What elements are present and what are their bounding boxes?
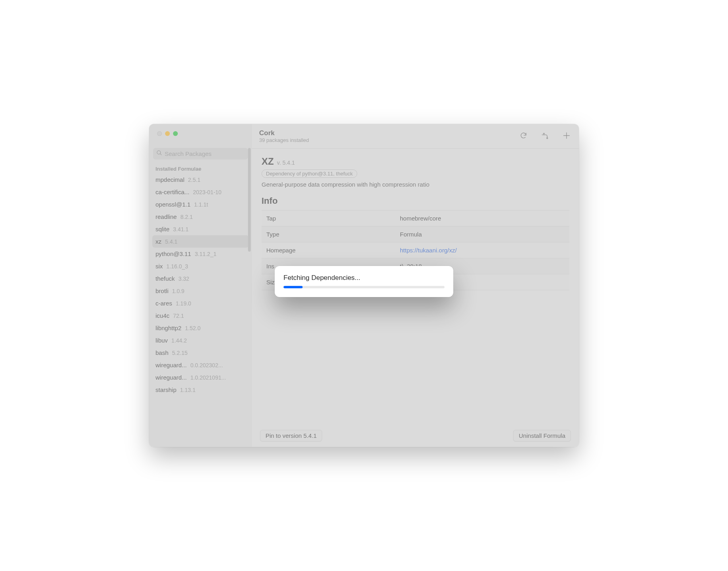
list-item[interactable]: six1.16.0_3 [152, 260, 249, 272]
package-version: v. 5.4.1 [277, 159, 295, 166]
progress-modal: Fetching Dependencies... [275, 266, 453, 297]
dependency-badge: Dependency of python@3.11, thefuck [262, 169, 357, 178]
package-name-label: ca-certifica... [155, 189, 189, 195]
svg-point-0 [547, 138, 548, 139]
package-version-label: 1.13.1 [180, 387, 196, 393]
package-description: General-purpose data compression with hi… [262, 181, 569, 188]
list-item[interactable]: libnghttp21.52.0 [152, 322, 249, 334]
package-version-label: 1.0.2021091... [190, 374, 226, 381]
list-item[interactable]: wireguard...1.0.2021091... [152, 371, 249, 384]
progress-bar [283, 286, 445, 288]
titlebar: Cork 39 packages installed [252, 124, 579, 149]
info-value: Formula [400, 231, 565, 238]
list-item[interactable]: openssl@1.11.1.1t [152, 198, 249, 211]
refresh-icon [519, 131, 528, 142]
list-item[interactable]: ca-certifica...2023-01-10 [152, 186, 249, 198]
package-name-label: libnghttp2 [155, 325, 181, 331]
info-row: TypeFormula [262, 226, 569, 242]
package-version-label: 1.19.0 [176, 300, 191, 307]
package-name-label: readline [155, 213, 177, 220]
tap-button[interactable] [540, 131, 550, 142]
titlebar-text: Cork 39 packages installed [259, 129, 309, 143]
search-container [149, 145, 252, 162]
app-title: Cork [259, 129, 309, 137]
progress-fill [283, 286, 303, 288]
footer: Pin to version 5.4.1 Uninstall Formula [252, 424, 579, 447]
package-name-label: bash [155, 349, 169, 356]
list-item[interactable]: sqlite3.41.1 [152, 223, 249, 235]
list-item[interactable]: libuv1.44.2 [152, 334, 249, 347]
list-item[interactable]: icu4c72.1 [152, 309, 249, 322]
package-version-label: 72.1 [173, 313, 184, 319]
package-name-label: python@3.11 [155, 250, 191, 257]
list-item[interactable]: c-ares1.19.0 [152, 297, 249, 309]
package-name: XZ [262, 156, 274, 167]
list-item[interactable]: readline8.2.1 [152, 211, 249, 223]
package-name-label: icu4c [155, 312, 169, 319]
package-name-label: thefuck [155, 275, 175, 282]
info-key: Tap [266, 215, 400, 222]
package-version-label: 1.44.2 [171, 337, 187, 344]
sidebar: Installed Formulae mpdecimal2.5.1ca-cert… [149, 124, 252, 447]
package-version-label: 3.41.1 [173, 226, 189, 232]
list-item[interactable]: starship1.13.1 [152, 384, 249, 396]
plus-icon [562, 131, 571, 142]
package-name-label: sqlite [155, 226, 169, 232]
package-title-row: XZ v. 5.4.1 [262, 156, 569, 167]
uninstall-button[interactable]: Uninstall Formula [513, 430, 571, 441]
app-window: Installed Formulae mpdecimal2.5.1ca-cert… [149, 124, 579, 447]
window-controls [149, 124, 252, 145]
window-maximize-button[interactable] [173, 131, 178, 136]
list-item[interactable]: mpdecimal2.5.1 [152, 173, 249, 186]
package-name-label: mpdecimal [155, 176, 185, 183]
list-item[interactable]: brotli1.0.9 [152, 285, 249, 297]
add-button[interactable] [561, 131, 572, 142]
package-version-label: 5.2.15 [172, 350, 188, 356]
info-section-header: Info [262, 196, 569, 206]
list-item[interactable]: thefuck3.32 [152, 272, 249, 285]
package-name-label: six [155, 263, 163, 270]
refresh-button[interactable] [518, 131, 529, 142]
package-list[interactable]: mpdecimal2.5.1ca-certifica...2023-01-10o… [149, 173, 252, 447]
search-icon [156, 150, 162, 158]
package-version-label: 1.1.1t [194, 201, 208, 208]
package-version-label: 8.2.1 [180, 214, 193, 220]
list-item[interactable]: wireguard...0.0.202302... [152, 359, 249, 371]
info-row: Homepagehttps://tukaani.org/xz/ [262, 242, 569, 258]
package-name-label: wireguard... [155, 362, 187, 368]
toolbar-buttons [518, 131, 572, 142]
package-name-label: xz [155, 238, 161, 245]
package-name-label: brotli [155, 287, 169, 294]
list-item[interactable]: bash5.2.15 [152, 347, 249, 359]
package-name-label: wireguard... [155, 374, 187, 381]
package-version-label: 1.0.9 [172, 288, 185, 294]
package-version-label: 3.32 [178, 276, 189, 282]
package-name-label: libuv [155, 337, 168, 344]
modal-title: Fetching Dependencies... [283, 274, 445, 282]
package-name-label: starship [155, 386, 177, 393]
package-version-label: 0.0.202302... [190, 362, 223, 368]
sidebar-scrollbar[interactable] [246, 148, 252, 284]
list-item[interactable]: python@3.113.11.2_1 [152, 248, 249, 260]
info-row: Taphomebrew/core [262, 210, 569, 226]
package-version-label: 1.52.0 [185, 325, 201, 331]
package-name-label: c-ares [155, 300, 172, 307]
package-version-label: 1.16.0_3 [166, 263, 188, 270]
list-item[interactable]: xz5.4.1 [152, 235, 249, 248]
app-subtitle: 39 packages installed [259, 137, 309, 143]
info-value-link[interactable]: https://tukaani.org/xz/ [400, 247, 565, 254]
window-close-button[interactable] [157, 131, 162, 136]
window-minimize-button[interactable] [165, 131, 170, 136]
package-version-label: 5.4.1 [165, 238, 177, 245]
info-value: homebrew/core [400, 215, 565, 222]
pin-button[interactable]: Pin to version 5.4.1 [260, 430, 322, 441]
faucet-icon [541, 131, 549, 142]
package-version-label: 2023-01-10 [193, 189, 222, 195]
sidebar-scrollbar-thumb[interactable] [248, 148, 251, 252]
package-version-label: 2.5.1 [188, 177, 201, 183]
info-key: Homepage [266, 247, 400, 254]
package-version-label: 3.11.2_1 [195, 251, 216, 257]
info-key: Type [266, 231, 400, 238]
search-input[interactable] [165, 150, 245, 157]
search-box[interactable] [153, 148, 248, 159]
